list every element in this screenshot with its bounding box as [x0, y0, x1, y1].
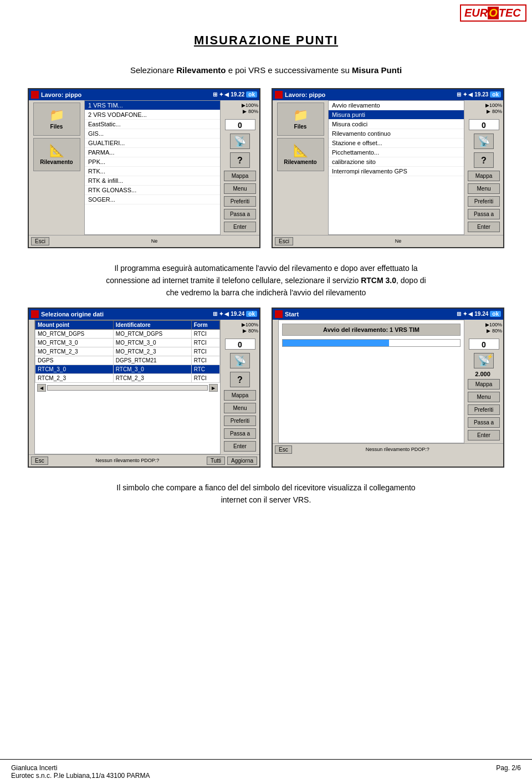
tutti-btn-3[interactable]: Tutti — [207, 457, 225, 465]
ok-btn-2[interactable]: ok — [490, 91, 501, 98]
enter-btn-4[interactable]: Enter — [468, 430, 500, 440]
left-panel-1: 📁 Files 📐 Rilevamento — [29, 100, 84, 235]
menu-item-0[interactable]: 1 VRS TIM... — [85, 101, 220, 110]
title-right-2: ⊞ ✦ ◀ 19.23 ok — [457, 91, 501, 98]
status-bars-1: ▶100% ▶ 80% — [222, 103, 258, 115]
right-sidebar-4: ▶100% ▶ 80% 0 📡⚡ 2.000 Mappa Menu Prefer… — [464, 320, 503, 443]
table-row[interactable]: MO_RTCM_DGPS MO_RTCM_DGPS RTCI — [35, 329, 220, 338]
esci-btn-3[interactable]: Esc — [31, 457, 48, 465]
rilevamento-icon-2[interactable]: 📐 Rilevamento — [277, 138, 324, 171]
bottom-status-4: Nessun rilevamento PDOP:? — [294, 447, 501, 452]
files-icon-2[interactable]: 📁 Files — [277, 103, 324, 136]
preferiti-btn-3[interactable]: Preferiti — [224, 416, 256, 426]
mappa-btn-1[interactable]: Mappa — [224, 171, 256, 181]
mappa-btn-4[interactable]: Mappa — [468, 379, 500, 390]
question-btn-2[interactable]: ? — [474, 152, 494, 168]
mappa-btn-3[interactable]: Mappa — [224, 390, 256, 401]
menu-item-4[interactable]: GUALTIERI... — [85, 139, 220, 148]
menu2-item-7[interactable]: Interrompi rilevamento GPS — [329, 167, 464, 176]
menu-item-9[interactable]: RTK GLONASS... — [85, 186, 220, 195]
bottom-status-3: Nessun rilevamento PDOP:? — [50, 458, 204, 463]
menu-btn-2[interactable]: Menu — [468, 183, 500, 194]
menu-btn-4[interactable]: Menu — [468, 392, 500, 402]
question-btn-3[interactable]: ? — [230, 372, 250, 387]
scroll-right-3[interactable]: ▶ — [209, 384, 218, 392]
scroll-left-3[interactable]: ◀ — [37, 384, 46, 392]
menu2-item-6[interactable]: calibrazione sito — [329, 157, 464, 167]
preferiti-btn-1[interactable]: Preferiti — [224, 196, 256, 207]
device-body-4: Avvio del rilevamento: 1 VRS TIM ▶100% ▶… — [273, 320, 503, 443]
page-title: MISURAZIONE PUNTI — [0, 0, 532, 48]
title-right-4: ⊞ ✦ ◀ 19.24 ok — [457, 311, 501, 317]
menu-btn-1[interactable]: Menu — [224, 183, 256, 194]
menu-list-1: 1 VRS TIM... 2 VRS VODAFONE... EastStati… — [85, 101, 220, 204]
screenshot-vrs-menu: Lavoro: pippo ⊞ ✦ ◀ 19.22 ok 📁 Files 📐 R… — [28, 88, 260, 248]
screenshots-row-2: Seleziona origine dati ⊞ ✦ ◀ 19.24 ok Mo… — [11, 308, 521, 468]
menu-item-10[interactable]: SOGER... — [85, 195, 220, 204]
menu-item-2[interactable]: EastStatic... — [85, 120, 220, 129]
ok-btn-4[interactable]: ok — [490, 311, 501, 317]
menu2-item-5[interactable]: Picchettamento... — [329, 148, 464, 157]
esci-btn-4[interactable]: Esc — [275, 445, 292, 454]
ok-btn-1[interactable]: ok — [246, 91, 257, 98]
table-row[interactable]: MO_RTCM_3_0 MO_RTCM_3_0 RTCI — [35, 338, 220, 347]
title-right-3: ⊞ ✦ ◀ 19.24 ok — [213, 311, 257, 317]
passa-btn-2[interactable]: Passa a — [468, 209, 500, 219]
preferiti-btn-2[interactable]: Preferiti — [468, 196, 500, 207]
mappa-btn-2[interactable]: Mappa — [468, 171, 500, 181]
left-panel-2: 📁 Files 📐 Rilevamento — [273, 100, 328, 235]
menu2-item-1[interactable]: Misura punti — [329, 110, 464, 120]
logo-accent: O — [488, 7, 499, 19]
files-icon-1[interactable]: 📁 Files — [33, 103, 80, 136]
ok-btn-3[interactable]: ok — [246, 311, 257, 317]
preferiti-btn-4[interactable]: Preferiti — [468, 404, 500, 415]
th-mount: Mount point — [35, 320, 114, 329]
menu-item-5[interactable]: PARMA... — [85, 148, 220, 157]
menu-item-7[interactable]: RTK... — [85, 167, 220, 176]
titlebar-2: Lavoro: pippo ⊞ ✦ ◀ 19.23 ok — [273, 89, 503, 100]
menu-item-8[interactable]: RTK & infill... — [85, 176, 220, 186]
table-row[interactable]: MO_RTCM_2_3 MO_RTCM_2_3 RTCI — [35, 347, 220, 356]
gps-icon-2: 📡 — [474, 134, 494, 149]
status-bars-2: ▶100% ▶ 80% — [466, 103, 502, 115]
bottom-status-1: Ne — [52, 238, 257, 244]
menu-list-2: Avvio rilevamento Misura punti Misura co… — [329, 101, 464, 176]
enter-btn-3[interactable]: Enter — [224, 441, 256, 452]
number-display-4: 0 — [469, 339, 499, 350]
rilevamento-icon-1[interactable]: 📐 Rilevamento — [33, 138, 80, 171]
question-btn-1[interactable]: ? — [230, 152, 250, 168]
progress-fill — [283, 340, 389, 346]
scroll-track-3[interactable] — [47, 385, 208, 391]
menu2-item-3[interactable]: Rilevamento continuo — [329, 129, 464, 139]
right-sidebar-2: ▶100% ▶ 80% 0 📡 ? Mappa Menu Preferiti P… — [464, 100, 503, 235]
aggiorna-btn-3[interactable]: Aggiorna — [227, 457, 257, 465]
esci-btn-2[interactable]: Esci — [275, 237, 293, 245]
signal-icons-3: ⊞ ✦ ◀ — [213, 311, 229, 317]
enter-btn-2[interactable]: Enter — [468, 222, 500, 232]
signal-icons-4: ⊞ ✦ ◀ — [457, 311, 473, 317]
menu2-item-0[interactable]: Avvio rilevamento — [329, 101, 464, 110]
enter-btn-1[interactable]: Enter — [224, 222, 256, 232]
device-body-2: 📁 Files 📐 Rilevamento Avvio rilevamento … — [273, 100, 503, 235]
gps-icon-3: 📡 — [230, 353, 250, 368]
status-bars-4: ▶100% ▶ 80% — [466, 322, 502, 334]
win-icon-1 — [31, 91, 39, 99]
passa-btn-4[interactable]: Passa a — [468, 417, 500, 428]
table-row[interactable]: RTCM_2_3 RTCM_2_3 RTCI — [35, 373, 220, 382]
menu2-item-4[interactable]: Stazione e offset... — [329, 139, 464, 148]
passa-btn-1[interactable]: Passa a — [224, 209, 256, 219]
table-row-selected[interactable]: RTCM_3_0 RTCM_3_0 RTC — [35, 365, 220, 373]
menu-item-6[interactable]: PPK... — [85, 157, 220, 167]
screenshot-origine-dati: Seleziona origine dati ⊞ ✦ ◀ 19.24 ok Mo… — [28, 308, 260, 468]
menu2-item-2[interactable]: Misura codici — [329, 120, 464, 129]
two-thousand-4: 2.000 — [475, 371, 493, 377]
esci-btn-1[interactable]: Esci — [31, 237, 49, 245]
table-row[interactable]: DGPS DGPS_RTCM21 RTCI — [35, 356, 220, 365]
menu-btn-3[interactable]: Menu — [224, 403, 256, 413]
menu-item-3[interactable]: GIS... — [85, 129, 220, 139]
menu-item-1[interactable]: 2 VRS VODAFONE... — [85, 110, 220, 120]
device-body-1: 📁 Files 📐 Rilevamento 1 VRS TIM... 2 VRS… — [29, 100, 259, 235]
intro-text: Selezionare Rilevamento e poi VRS e succ… — [33, 64, 499, 77]
footer-right: Pag. 2/6 — [496, 764, 521, 780]
passa-btn-3[interactable]: Passa a — [224, 428, 256, 439]
